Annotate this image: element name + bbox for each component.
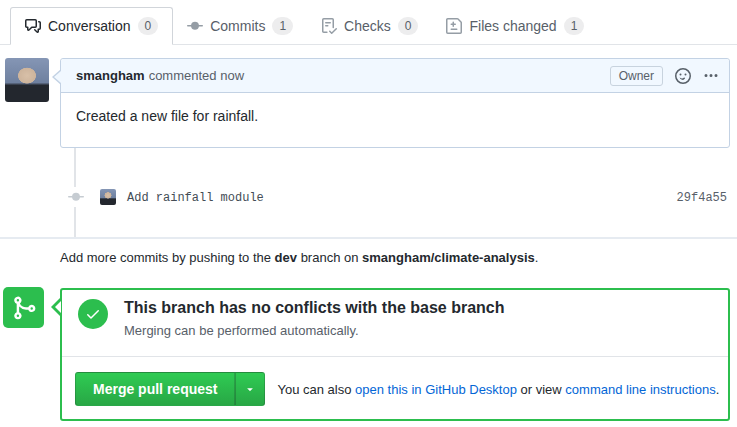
tab-commits[interactable]: Commits 1 — [173, 8, 307, 44]
git-commit-icon — [66, 187, 86, 207]
tab-label: Files changed — [469, 18, 556, 34]
commit-author-avatar[interactable] — [100, 189, 116, 205]
tab-counter: 0 — [138, 17, 159, 35]
tab-conversation[interactable]: Conversation 0 — [10, 7, 173, 45]
merge-status-title: This branch has no conflicts with the ba… — [124, 299, 505, 317]
git-merge-icon — [3, 287, 44, 328]
command-line-instructions-link[interactable]: command line instructions — [565, 382, 715, 397]
comment-meta: commented now — [149, 68, 244, 83]
merge-status-subtitle: Merging can be performed automatically. — [124, 323, 359, 338]
tab-label: Checks — [344, 18, 391, 34]
owner-badge: Owner — [610, 66, 663, 86]
tab-counter: 0 — [398, 17, 419, 35]
merge-pull-request-button[interactable]: Merge pull request — [75, 372, 235, 406]
repo-name: smangham/climate-analysis — [362, 250, 535, 265]
github-desktop-link[interactable]: open this in GitHub Desktop — [355, 382, 517, 397]
section-divider — [0, 237, 737, 239]
push-note: Add more commits by pushing to the dev b… — [60, 250, 538, 265]
comment-author-avatar[interactable] — [5, 58, 49, 102]
checklist-icon — [321, 18, 337, 34]
pull-request-page: Conversation 0 Commits 1 Checks 0 Files … — [0, 0, 737, 427]
merge-status-section: This branch has no conflicts with the ba… — [62, 290, 728, 357]
comment: smangham commented now Owner Created a n… — [60, 58, 730, 148]
comment-author[interactable]: smangham — [76, 68, 145, 83]
file-diff-icon — [446, 18, 462, 34]
comment-discussion-icon — [25, 18, 41, 34]
tab-label: Conversation — [48, 18, 131, 34]
tab-label: Commits — [210, 18, 265, 34]
git-commit-icon — [187, 18, 203, 34]
merge-status-box: This branch has no conflicts with the ba… — [60, 288, 730, 421]
tab-counter: 1 — [272, 17, 293, 35]
tab-files-changed[interactable]: Files changed 1 — [432, 8, 598, 44]
tab-counter: 1 — [564, 17, 585, 35]
pr-tab-bar: Conversation 0 Commits 1 Checks 0 Files … — [0, 0, 737, 45]
branch-name: dev — [275, 250, 297, 265]
merge-actions-section: Merge pull request You can also open thi… — [62, 357, 728, 421]
tab-checks[interactable]: Checks 0 — [307, 8, 432, 44]
merge-alt-text: You can also open this in GitHub Desktop… — [277, 382, 719, 397]
triangle-down-icon — [244, 383, 256, 395]
kebab-menu-icon[interactable] — [703, 68, 719, 84]
comment-body: Created a new file for rainfall. — [61, 93, 729, 139]
emoji-reaction-button[interactable] — [675, 68, 691, 84]
comment-header: smangham commented now Owner — [61, 59, 729, 93]
commit-message-link[interactable]: Add rainfall module — [127, 191, 264, 205]
check-icon — [78, 299, 108, 329]
merge-options-dropdown[interactable] — [235, 372, 265, 406]
commit-hash-link[interactable]: 29f4a55 — [677, 191, 727, 205]
